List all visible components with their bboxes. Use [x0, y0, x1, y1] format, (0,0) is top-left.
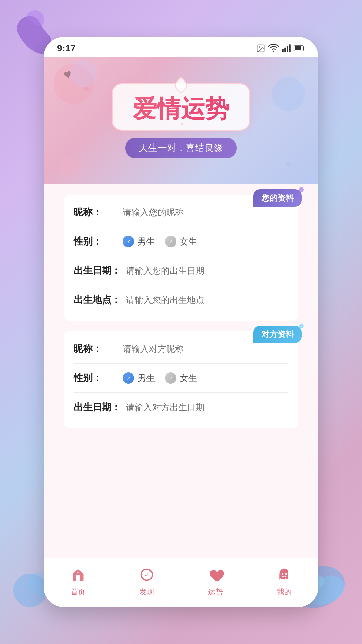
banner-heart-3: ♥: [284, 158, 292, 171]
my-nickname-input[interactable]: [123, 207, 288, 218]
home-icon: [71, 567, 85, 582]
banner: ♥ ♥ ♥ 爱情运势 天生一对，喜结良缘: [44, 57, 318, 184]
my-gender-female[interactable]: ♀ 女生: [165, 236, 197, 248]
signal-icon: [282, 44, 291, 53]
fortune-icon: [207, 566, 224, 583]
my-male-label: 男生: [137, 236, 155, 248]
battery-icon: [294, 45, 305, 52]
nav-home-label: 首页: [71, 587, 85, 597]
other-male-icon: ♂: [123, 372, 134, 384]
other-nickname-input[interactable]: [123, 344, 288, 354]
status-time: 9:17: [57, 43, 76, 54]
female-icon: ♀: [165, 236, 176, 247]
my-gender-row[interactable]: 性别： ♂ 男生 ♀ 女生: [74, 227, 288, 256]
banner-subtitle: 天生一对，喜结良缘: [125, 138, 237, 158]
other-birthdate-input[interactable]: [126, 402, 288, 413]
my-birthdate-input[interactable]: [126, 266, 288, 276]
my-nickname-label: 昵称：: [74, 206, 117, 219]
my-female-label: 女生: [180, 236, 197, 248]
my-birthplace-label: 出生地点：: [74, 293, 121, 306]
svg-point-18: [281, 573, 283, 575]
other-info-section: 对方资料 昵称： 性别： ♂ 男生 ♀ 女生: [64, 331, 298, 428]
my-birthplace-input[interactable]: [126, 295, 288, 305]
other-gender-label: 性别：: [74, 372, 117, 384]
other-birthdate-row[interactable]: 出生日期：: [74, 393, 288, 422]
svg-point-6: [259, 46, 260, 48]
other-male-label: 男生: [137, 372, 155, 384]
banner-title: 爱情运势: [133, 94, 229, 123]
other-gender-group: ♂ 男生 ♀ 女生: [123, 372, 197, 384]
svg-rect-7: [282, 49, 284, 52]
discover-icon: [139, 567, 154, 582]
nav-discover[interactable]: 发现: [137, 565, 157, 597]
nav-home[interactable]: 首页: [68, 565, 88, 597]
svg-point-14: [77, 572, 79, 573]
svg-point-19: [285, 573, 287, 575]
phone-frame: 9:17: [44, 37, 318, 607]
image-icon: [256, 44, 265, 53]
banner-title-frame: 爱情运势: [112, 83, 250, 131]
other-female-icon: ♀: [165, 372, 176, 384]
my-birthplace-row[interactable]: 出生地点：: [74, 285, 288, 314]
nav-fortune[interactable]: 运势: [206, 565, 225, 597]
other-nickname-label: 昵称：: [74, 342, 117, 355]
banner-deco-3: [272, 77, 305, 111]
my-birthdate-label: 出生日期：: [74, 264, 121, 277]
status-icons: [256, 44, 305, 53]
my-gender-group: ♂ 男生 ♀ 女生: [123, 236, 197, 248]
profile-icon: [277, 567, 292, 582]
svg-rect-12: [295, 46, 301, 50]
svg-rect-10: [289, 44, 291, 52]
my-birthdate-row[interactable]: 出生日期：: [74, 256, 288, 285]
banner-deco-4: [60, 158, 80, 178]
home-icon-wrap: [68, 565, 88, 584]
other-gender-row[interactable]: 性别： ♂ 男生 ♀ 女生: [74, 364, 288, 393]
wifi-icon: [268, 44, 279, 53]
my-gender-male[interactable]: ♂ 男生: [123, 236, 155, 248]
other-birthdate-label: 出生日期：: [74, 401, 121, 414]
other-info-badge-dot: [299, 324, 304, 328]
nav-discover-label: 发现: [139, 587, 154, 597]
svg-rect-13: [76, 575, 80, 581]
other-gender-female[interactable]: ♀ 女生: [165, 372, 197, 384]
nav-fortune-label: 运势: [208, 587, 223, 597]
other-gender-male[interactable]: ♂ 男生: [123, 372, 155, 384]
my-info-section: 您的资料 昵称： 性别： ♂ 男生 ♀ 女生: [64, 195, 298, 321]
bottom-nav: 首页 发现 运势: [44, 558, 318, 607]
discover-icon-wrap: [137, 565, 157, 584]
my-gender-label: 性别：: [74, 235, 117, 248]
profile-icon-wrap: [275, 565, 294, 584]
svg-point-3: [13, 574, 47, 607]
nav-profile-label: 我的: [277, 587, 292, 597]
my-info-badge: 您的资料: [253, 189, 302, 207]
nav-profile[interactable]: 我的: [275, 565, 294, 597]
male-icon: ♂: [123, 236, 134, 247]
other-female-label: 女生: [180, 372, 197, 384]
svg-rect-8: [284, 48, 286, 52]
svg-point-17: [146, 574, 148, 576]
content-area: 您的资料 昵称： 性别： ♂ 男生 ♀ 女生: [44, 184, 318, 558]
banner-deco-2: [70, 60, 97, 87]
svg-rect-9: [287, 46, 288, 52]
other-info-badge: 对方资料: [253, 326, 302, 343]
fortune-icon-wrap: [206, 565, 225, 584]
my-info-badge-dot: [299, 187, 304, 192]
svg-rect-15: [78, 573, 78, 575]
status-bar: 9:17: [44, 37, 318, 57]
